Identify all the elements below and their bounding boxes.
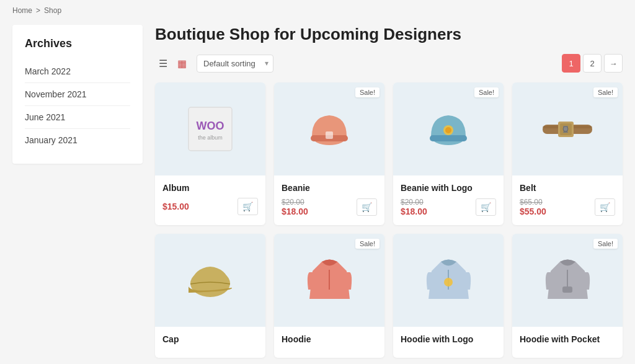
product-image-area: Sale! — [393, 82, 504, 175]
pagination: 12→ — [562, 54, 623, 73]
product-image — [540, 101, 595, 157]
cart-icon: 🛒 — [600, 202, 610, 212]
product-image-area: WOO the album — [155, 82, 265, 175]
product-info: Belt $65.00 $55.00 🛒 — [512, 175, 623, 225]
product-image-area: Sale! — [512, 234, 623, 327]
product-card[interactable]: WOO the album Album $15.00 🛒 — [155, 82, 265, 225]
svg-point-14 — [563, 127, 568, 131]
svg-rect-16 — [563, 131, 568, 133]
svg-rect-5 — [326, 131, 333, 139]
svg-rect-7 — [430, 135, 467, 141]
view-list-button[interactable]: ☰ — [155, 55, 171, 72]
cart-icon: 🛒 — [362, 202, 372, 212]
product-grid: WOO the album Album $15.00 🛒 Sale! B — [155, 82, 623, 358]
page-button-2[interactable]: 2 — [583, 54, 602, 73]
product-card[interactable]: Sale! Beanie $20.00 $18.00 🛒 — [274, 82, 384, 225]
list-icon: ☰ — [159, 58, 167, 69]
product-image: WOO the album — [182, 101, 238, 157]
product-pricing: $15.00 🛒 — [162, 198, 258, 215]
product-image-area — [393, 234, 504, 327]
product-info: Cap — [155, 327, 265, 358]
sidebar-title: Archives — [25, 37, 130, 50]
product-info: Hoodie — [274, 327, 384, 358]
main-content: Boutique Shop for Upcoming Designers ☰ ▦ — [155, 25, 623, 358]
product-name: Hoodie with Pocket — [520, 334, 615, 344]
product-card[interactable]: Sale! Belt $65.00 $55.00 🛒 — [512, 82, 623, 225]
svg-point-18 — [444, 278, 453, 286]
sort-select[interactable]: Default sorting — [197, 55, 273, 73]
grid-icon: ▦ — [177, 58, 187, 69]
breadcrumb-home[interactable]: Home — [12, 6, 32, 15]
svg-text:the album: the album — [198, 135, 223, 141]
product-card[interactable]: Cap — [155, 234, 265, 358]
product-name: Cap — [162, 334, 258, 344]
product-card[interactable]: Sale! Hoodie with Pocket — [512, 234, 623, 358]
sidebar: Archives March 2022November 2021June 202… — [12, 25, 143, 358]
price-group: $20.00 $18.00 — [401, 198, 427, 216]
price-sale: $18.00 — [401, 206, 427, 216]
price-group: $65.00 $55.00 — [520, 198, 546, 216]
toolbar-left: ☰ ▦ Default sorting — [155, 55, 273, 73]
product-name: Belt — [520, 183, 615, 193]
product-name: Beanie — [282, 183, 377, 193]
product-image-area: Sale! — [274, 234, 384, 327]
toolbar: ☰ ▦ Default sorting 12→ — [155, 54, 623, 73]
product-card[interactable]: Sale! Beanie with Logo $20.00 $18.00 🛒 — [393, 82, 504, 225]
cart-icon: 🛒 — [242, 202, 253, 211]
add-to-cart-button[interactable]: 🛒 — [595, 198, 615, 216]
price-group: $20.00 $18.00 — [282, 198, 308, 216]
product-image-area: Sale! — [274, 82, 384, 175]
sidebar-item[interactable]: June 2021 — [25, 106, 130, 129]
product-image — [420, 101, 476, 157]
page-wrapper: Home > Shop Archives March 2022November … — [0, 0, 635, 364]
svg-rect-19 — [562, 286, 572, 293]
breadcrumb-sep: > — [36, 6, 40, 15]
price-original: $20.00 — [282, 198, 308, 206]
page-button-1[interactable]: 1 — [562, 54, 580, 73]
sidebar-item[interactable]: March 2022 — [25, 60, 130, 83]
view-icons: ☰ ▦ — [155, 55, 190, 72]
product-info: Hoodie with Pocket — [512, 327, 623, 358]
price-sale: $55.00 — [520, 206, 546, 216]
breadcrumb: Home > Shop — [12, 6, 623, 15]
price-original: $65.00 — [520, 198, 546, 206]
add-to-cart-button[interactable]: 🛒 — [238, 198, 258, 215]
svg-text:WOO: WOO — [197, 120, 224, 132]
main-layout: Archives March 2022November 2021June 202… — [12, 25, 623, 358]
product-pricing: $20.00 $18.00 🛒 — [282, 198, 377, 216]
product-image — [420, 252, 476, 308]
product-image — [540, 252, 595, 308]
svg-rect-15 — [563, 126, 568, 127]
add-to-cart-button[interactable]: 🛒 — [476, 198, 496, 216]
sort-select-wrap: Default sorting — [197, 55, 273, 73]
product-image-area: Sale! — [512, 82, 623, 175]
price-sale: $18.00 — [282, 206, 308, 216]
product-image-area — [155, 234, 265, 327]
sale-badge: Sale! — [355, 87, 380, 97]
price-single: $15.00 — [162, 202, 189, 211]
product-name: Hoodie — [282, 334, 377, 344]
sidebar-items: March 2022November 2021June 2021January … — [25, 60, 130, 151]
cart-icon: 🛒 — [481, 202, 491, 212]
product-card[interactable]: Hoodie with Logo — [393, 234, 504, 358]
product-info: Album $15.00 🛒 — [155, 175, 265, 224]
product-image — [301, 101, 357, 157]
product-image — [301, 252, 357, 308]
sidebar-box: Archives March 2022November 2021June 202… — [12, 25, 143, 164]
add-to-cart-button[interactable]: 🛒 — [357, 198, 377, 216]
product-pricing: $65.00 $55.00 🛒 — [520, 198, 615, 216]
sale-badge: Sale! — [593, 239, 618, 249]
svg-point-9 — [445, 127, 451, 133]
sale-badge: Sale! — [474, 87, 499, 97]
product-name: Album — [162, 183, 258, 193]
sidebar-item[interactable]: November 2021 — [25, 83, 130, 106]
page-button-next[interactable]: → — [604, 54, 623, 73]
sale-badge: Sale! — [355, 239, 380, 249]
product-info: Hoodie with Logo — [393, 327, 504, 358]
price-original: $20.00 — [401, 198, 427, 206]
product-card[interactable]: Sale! Hoodie — [274, 234, 384, 358]
sidebar-item[interactable]: January 2021 — [25, 129, 130, 151]
product-image — [182, 252, 238, 308]
view-grid-button[interactable]: ▦ — [174, 55, 190, 72]
sale-badge: Sale! — [593, 87, 618, 97]
